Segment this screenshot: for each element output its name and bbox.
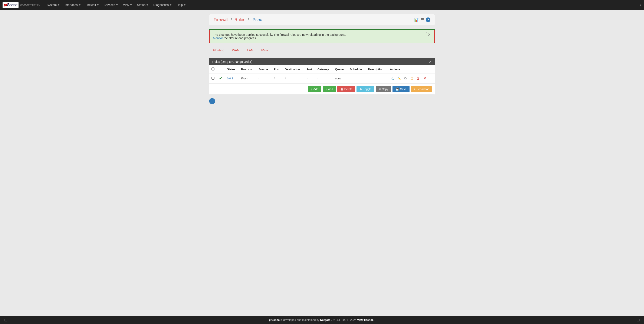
add-top-button[interactable]: ↑ Add	[308, 86, 321, 92]
nav-interfaces[interactable]: Interfaces	[62, 0, 83, 10]
col-status	[217, 65, 225, 73]
info-icon[interactable]: i	[209, 98, 215, 104]
reject-icon[interactable]: ✕	[422, 76, 428, 81]
success-alert: The changes have been applied successful…	[209, 30, 435, 43]
col-description: Description	[366, 65, 388, 73]
table-header: States Protocol Source Port Destination …	[209, 65, 435, 73]
disable-icon[interactable]: ⊘	[409, 76, 415, 81]
logo-sense: Sense	[7, 3, 17, 7]
expand-icon[interactable]: ⤢	[429, 60, 432, 64]
nav-help[interactable]: Help	[174, 0, 188, 10]
breadcrumb-sep1: /	[231, 17, 232, 22]
breadcrumb-root[interactable]: Firewall	[214, 17, 228, 22]
col-gateway: Gateway	[316, 65, 333, 73]
row-protocol-cell: IPv4 *	[239, 73, 256, 83]
navbar-right: ⇥	[638, 2, 642, 7]
toggle-icon: ⊘	[360, 87, 362, 91]
nav-vpn[interactable]: VPN	[120, 0, 134, 10]
breadcrumb-sep2: /	[248, 17, 249, 22]
tab-floating[interactable]: Floating	[209, 47, 228, 54]
vpn-caret	[130, 4, 132, 5]
nav-status[interactable]: Status	[134, 0, 151, 10]
copy-row-icon[interactable]: ⧉	[403, 76, 408, 81]
alert-close-button[interactable]: ✕	[426, 32, 432, 37]
row-src-port-cell: *	[272, 73, 283, 83]
status-caret	[146, 4, 148, 5]
edit-icon[interactable]: ✏️	[396, 76, 402, 81]
row-schedule-cell	[347, 73, 366, 83]
delete-row-icon[interactable]: 🗑	[416, 76, 421, 81]
row-gateway-cell: *	[316, 73, 333, 83]
toggle-button[interactable]: ⊘ Toggle	[356, 86, 374, 92]
row-states-cell: 0/0 B	[225, 73, 239, 83]
firewall-caret	[97, 4, 98, 5]
col-source: Source	[256, 65, 272, 73]
alert-monitor-link[interactable]: Monitor	[213, 36, 224, 40]
chart-icon[interactable]: 📊	[414, 17, 419, 22]
col-protocol: Protocol	[239, 65, 256, 73]
nav-diagnostics[interactable]: Diagnostics	[151, 0, 174, 10]
row-source-cell: *	[256, 73, 272, 83]
row-checkbox-cell	[209, 73, 217, 83]
separator-icon: +	[414, 87, 416, 91]
help-circle-icon[interactable]: ?	[426, 17, 430, 22]
save-icon: 💾	[396, 87, 399, 91]
col-src-port: Port	[272, 65, 283, 73]
page-header: Firewall / Rules / IPsec 📊 ☰ ?	[209, 14, 435, 25]
breadcrumb-current: IPsec	[251, 17, 262, 22]
table-row: ✔ 0/0 B IPv4 * * * * * * none	[209, 73, 435, 83]
row-checkbox[interactable]	[212, 77, 214, 80]
breadcrumb-middle[interactable]: Rules	[234, 17, 245, 22]
services-caret	[116, 4, 118, 5]
col-checkbox	[209, 65, 217, 73]
delete-icon: 🗑	[340, 87, 343, 91]
nav-firewall[interactable]: Firewall	[83, 0, 101, 10]
col-queue: Queue	[333, 65, 347, 73]
tabs: Floating WAN LAN IPsec	[209, 47, 435, 54]
copy-icon: ⧉	[379, 87, 381, 91]
row-actions-cell: ⚓ ✏️ ⧉ ⊘ 🗑 ✕	[388, 73, 435, 83]
logout-icon[interactable]: ⇥	[638, 2, 642, 7]
header-icons: 📊 ☰ ?	[414, 17, 430, 22]
navbar: pfSense COMMUNITY EDITION System Interfa…	[0, 0, 644, 10]
table-body: ✔ 0/0 B IPv4 * * * * * * none	[209, 73, 435, 83]
help-caret	[184, 4, 186, 5]
breadcrumb: Firewall / Rules / IPsec	[214, 17, 262, 22]
brand-logo[interactable]: pfSense COMMUNITY EDITION	[2, 2, 40, 8]
row-queue-cell: none	[333, 73, 347, 83]
anchor-icon[interactable]: ⚓	[390, 76, 396, 81]
add-top-icon: ↑	[311, 87, 312, 91]
row-dst-port-cell: *	[304, 73, 316, 83]
tab-ipsec[interactable]: IPsec	[257, 47, 273, 54]
alert-message: The changes have been applied successful…	[213, 33, 431, 40]
col-actions: Actions	[388, 65, 435, 73]
col-dst-port: Port	[304, 65, 316, 73]
col-schedule: Schedule	[347, 65, 366, 73]
nav-services[interactable]: Services	[101, 0, 120, 10]
tab-wan[interactable]: WAN	[228, 47, 243, 54]
select-all-checkbox[interactable]	[212, 67, 214, 70]
logo-pf: pf	[4, 3, 7, 7]
row-enabled-icon: ✔	[219, 77, 222, 80]
tab-lan[interactable]: LAN	[243, 47, 257, 54]
copy-button[interactable]: ⧉ Copy	[376, 86, 391, 92]
rules-header-title: Rules (Drag to Change Order)	[212, 60, 252, 63]
edition-label: COMMUNITY EDITION	[20, 4, 40, 6]
col-states: States	[225, 65, 239, 73]
add-bottom-icon: ↓	[326, 87, 327, 91]
add-bottom-button[interactable]: ↓ Add	[323, 86, 336, 92]
list-icon[interactable]: ☰	[420, 17, 424, 22]
nav-system[interactable]: System	[44, 0, 62, 10]
separator-button[interactable]: + Separator	[411, 86, 432, 92]
action-icons: ⚓ ✏️ ⧉ ⊘ 🗑 ✕	[390, 76, 432, 81]
rules-table: States Protocol Source Port Destination …	[209, 65, 435, 83]
rules-header: Rules (Drag to Change Order) ⤢	[209, 58, 435, 65]
row-description-cell	[366, 73, 388, 83]
diagnostics-caret	[170, 4, 172, 5]
rules-section: Rules (Drag to Change Order) ⤢ States Pr…	[209, 58, 435, 95]
save-button[interactable]: 💾 Save	[392, 86, 410, 92]
nav-items: System Interfaces Firewall Services VPN …	[44, 0, 638, 10]
logo-box: pfSense	[2, 2, 18, 8]
states-link[interactable]: 0/0 B	[227, 77, 234, 80]
delete-button[interactable]: 🗑 Delete	[337, 86, 356, 92]
